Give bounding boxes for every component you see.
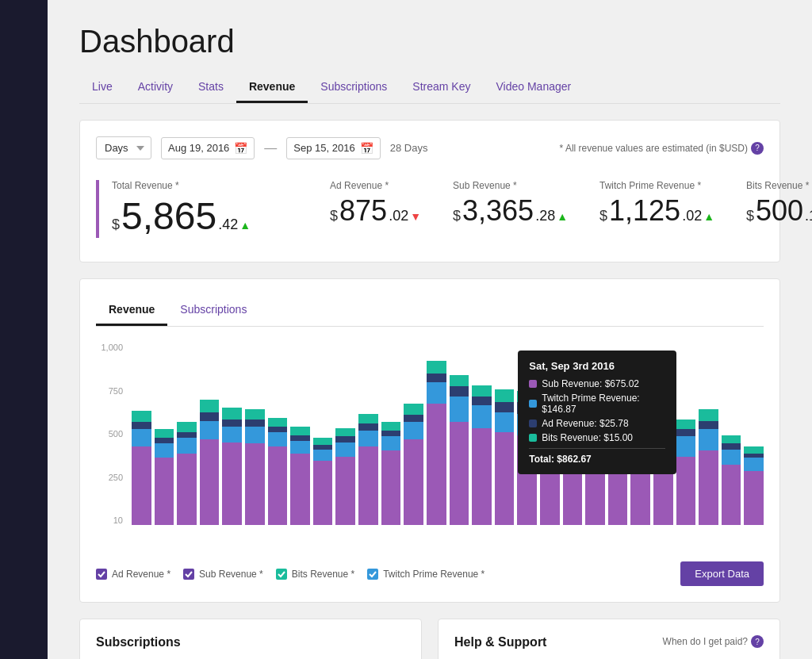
y-label-500: 500 [96,429,123,439]
estimated-text: * All revenue values are estimated (in $… [560,143,748,154]
filter-row: Days Aug 19, 2016 📅 — Sep 15, 2016 📅 28 … [96,136,764,159]
prime-currency: $ [599,208,607,224]
tab-stream-key[interactable]: Stream Key [400,72,483,103]
support-title: Help & Support [454,635,546,649]
tooltip-sub-row: Sub Revenue: $675.02 [529,378,665,389]
bar-group[interactable] [290,343,310,525]
tooltip-ad-row: Ad Revenue: $25.78 [529,418,665,429]
bits-revenue-value: $ 500 .10 ▲ [746,194,812,228]
bar-group[interactable] [450,343,469,525]
bar-group[interactable] [313,343,333,525]
calendar-icon: 📅 [234,142,247,155]
tooltip-bits-label: Bits Revenue: $15.00 [542,432,633,443]
subscriptions-card: Subscriptions You currently have 1,476 s… [79,619,422,659]
estimated-note: * All revenue values are estimated (in $… [560,142,764,155]
bar-group[interactable] [495,343,515,525]
prime-revenue-label: Twitch Prime Revenue * [599,180,714,191]
y-axis-labels: 1,000 750 500 250 10 [96,343,128,525]
tab-revenue[interactable]: Revenue [236,72,308,103]
y-label-250: 250 [96,473,123,482]
start-date-value: Aug 19, 2016 [168,142,229,154]
tooltip: Sat, Sep 3rd 2016 Sub Revenue: $675.02 T… [518,351,676,474]
tooltip-total: Total: $862.67 [529,448,665,465]
tab-live[interactable]: Live [79,72,125,103]
bar-group[interactable] [381,343,401,525]
bar-group[interactable] [335,343,355,525]
prime-dollars: 1,125 [609,194,680,228]
ad-revenue-stat: Ad Revenue * $ 875 .02 ▼ [330,180,421,228]
chart-tab-subscriptions[interactable]: Subscriptions [167,295,259,326]
total-trend: ▲ [239,219,251,232]
sub-revenue-label: Sub Revenue * [453,180,568,191]
bar-group[interactable] [744,343,764,525]
export-button[interactable]: Export Data [680,561,764,586]
bar-group[interactable] [699,343,718,525]
bar-group[interactable] [268,343,288,525]
chart-container: 1,000 750 500 250 10 Sat, Sep 3rd 2016 S… [96,343,764,549]
help-icon[interactable]: ? [751,142,764,155]
paid-question: When do I get paid? ? [663,635,764,648]
tab-video-manager[interactable]: Video Manager [483,72,584,103]
tab-subscriptions[interactable]: Subscriptions [308,72,400,103]
legend-prime[interactable]: Twitch Prime Revenue * [367,569,485,580]
bar-group[interactable] [676,343,696,525]
bar-group[interactable] [722,343,741,525]
legend-prime-label: Twitch Prime Revenue * [383,569,485,580]
page-title: Dashboard [79,24,780,59]
revenue-stats: Total Revenue * $ 5,865 .42 ▲ Ad Revenue… [96,172,764,246]
legend-sub[interactable]: Sub Revenue * [183,569,263,580]
paid-label: When do I get paid? [663,636,748,647]
legend-ad-label: Ad Revenue * [112,569,170,580]
legend-sub-label: Sub Revenue * [199,569,263,580]
bar-group[interactable] [358,343,378,525]
bar-group[interactable] [472,343,492,525]
total-revenue-stat: Total Revenue * $ 5,865 .42 ▲ [96,180,251,238]
sub-revenue-value: $ 3,365 .28 ▲ [453,194,568,228]
tooltip-sub-dot [529,380,537,388]
prime-cents: .02 [682,208,702,224]
bits-cents: .10 [805,208,812,224]
prime-trend: ▲ [703,210,714,223]
sub-cents: .28 [535,208,555,224]
y-label-750: 750 [96,386,123,396]
sub-dollars: 3,365 [462,194,534,228]
bar-group[interactable] [155,343,174,525]
tooltip-bits-dot [529,434,537,442]
bar-group[interactable] [222,343,242,525]
tooltip-bits-row: Bits Revenue: $15.00 [529,432,665,443]
bar-group[interactable] [177,343,197,525]
filter-card: Days Aug 19, 2016 📅 — Sep 15, 2016 📅 28 … [79,120,780,262]
start-date-input[interactable]: Aug 19, 2016 📅 [161,137,255,159]
tooltip-ad-label: Ad Revenue: $25.78 [542,418,628,429]
legend-bits[interactable]: Bits Revenue * [276,569,354,580]
end-date-input[interactable]: Sep 15, 2016 📅 [286,137,380,159]
sidebar [0,0,48,659]
bar-group[interactable] [132,343,151,525]
chart-tab-revenue[interactable]: Revenue [96,295,167,326]
main-content: Dashboard Live Activity Stats Revenue Su… [48,0,812,659]
chart-card: Revenue Subscriptions 1,000 750 500 250 … [79,278,780,603]
end-date-value: Sep 15, 2016 [293,142,354,154]
period-select[interactable]: Days [96,136,151,159]
tab-stats[interactable]: Stats [186,72,236,103]
bar-group[interactable] [200,343,220,525]
total-cents: .42 [218,216,238,233]
subscriptions-title: Subscriptions [96,635,405,649]
bar-group[interactable] [404,343,423,525]
ad-currency: $ [330,208,338,224]
bar-group[interactable]: Sat, Sep 3rd 2016 Sub Revenue: $675.02 T… [540,343,560,525]
ad-cents: .02 [389,208,408,224]
duration-badge: 28 Days [390,142,428,154]
ad-trend: ▼ [410,210,421,223]
support-card: Help & Support When do I get paid? ? For… [438,619,780,659]
total-revenue-value: $ 5,865 .42 ▲ [112,194,251,238]
bar-group[interactable] [427,343,446,525]
paid-help-icon[interactable]: ? [751,635,764,648]
legend-ad[interactable]: Ad Revenue * [96,569,170,580]
y-label-1000: 1,000 [96,343,123,352]
bar-group[interactable] [245,343,265,525]
total-revenue-label: Total Revenue * [112,180,251,191]
sub-trend: ▲ [557,210,568,223]
bits-currency: $ [746,208,754,224]
tab-activity[interactable]: Activity [125,72,186,103]
